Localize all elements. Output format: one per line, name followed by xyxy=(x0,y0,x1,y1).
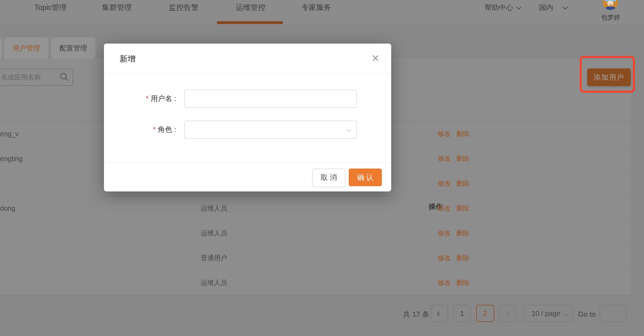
pagination-total: 共 17 条 xyxy=(403,310,429,319)
tab-config-management[interactable]: 配置管理 xyxy=(51,38,95,59)
nav-item-topic[interactable]: Topic管理 xyxy=(34,2,67,13)
role-select-value[interactable] xyxy=(185,121,356,138)
goto-input-box xyxy=(600,305,627,322)
modal-header-divider xyxy=(104,73,391,73)
table-row: dong 运维人员 修改 删除 xyxy=(0,196,631,221)
user-name-cell: engting xyxy=(0,146,23,171)
chevron-left-icon xyxy=(437,311,442,316)
delete-link[interactable]: 删除 xyxy=(456,121,469,146)
chevron-down-icon xyxy=(516,4,521,9)
user-role-cell: 运维人员 xyxy=(201,270,227,295)
pagination-page-2-active[interactable]: 2 xyxy=(476,305,494,322)
tab-user-management[interactable]: 用户管理 xyxy=(4,38,49,59)
chevron-down-icon xyxy=(563,311,568,316)
edit-link[interactable]: 修改 xyxy=(438,246,451,270)
chevron-right-icon xyxy=(505,311,510,316)
username-input-box xyxy=(184,90,357,108)
nav-item-monitor[interactable]: 监控告警 xyxy=(169,2,198,13)
delete-link[interactable]: 删除 xyxy=(456,221,469,246)
pagination-prev-button[interactable] xyxy=(431,305,448,322)
role-select[interactable] xyxy=(184,121,357,139)
close-icon[interactable] xyxy=(371,54,380,63)
edit-link[interactable]: 修改 xyxy=(438,270,451,295)
search-box xyxy=(0,69,73,86)
delete-link[interactable]: 删除 xyxy=(456,270,469,295)
required-asterisk: * xyxy=(146,94,148,103)
user-name-cell: eng_v xyxy=(0,121,19,146)
role-field-label: *角色 : xyxy=(104,125,176,134)
help-center-label: 帮助中心 xyxy=(485,3,513,12)
pagination-page-1[interactable]: 1 xyxy=(454,305,471,322)
username-field-label: *用户名 : xyxy=(104,94,176,103)
edit-link[interactable]: 修改 xyxy=(438,146,451,171)
table-row: 运维人员 修改 删除 xyxy=(0,270,631,295)
goto-label: Go to xyxy=(578,310,596,319)
edit-link[interactable]: 修改 xyxy=(438,196,451,221)
page-size-value: 10 / page xyxy=(532,310,560,317)
help-center-menu[interactable]: 帮助中心 xyxy=(485,3,520,12)
user-role-cell: 普通用户 xyxy=(201,246,227,270)
cancel-button[interactable]: 取 消 xyxy=(312,169,345,187)
tab-card-clipped[interactable] xyxy=(0,38,2,59)
username-input[interactable] xyxy=(185,90,356,107)
goto-page-input[interactable] xyxy=(600,305,627,322)
user-name-label: 包梦婷 xyxy=(600,13,621,22)
confirm-button[interactable]: 确 认 xyxy=(349,169,382,186)
delete-link[interactable]: 删除 xyxy=(456,196,469,221)
modal-title: 新增 xyxy=(120,54,136,65)
active-tab-underline xyxy=(217,21,283,24)
table-row: 运维人员 修改 删除 xyxy=(0,221,631,246)
add-user-button[interactable]: 添加用户 xyxy=(587,68,631,86)
user-name-cell: dong xyxy=(0,196,15,221)
edit-link[interactable]: 修改 xyxy=(438,171,451,196)
chevron-down-icon xyxy=(563,4,568,9)
role-label-text: 角色 : xyxy=(158,125,176,134)
delete-link[interactable]: 删除 xyxy=(456,246,469,270)
user-role-cell: 运维人员 xyxy=(201,221,227,246)
table-row: 普通用户 修改 删除 xyxy=(0,246,631,270)
edit-link[interactable]: 修改 xyxy=(438,121,451,146)
nav-item-ops[interactable]: 运维管控 xyxy=(236,2,265,13)
pagination-next-button[interactable] xyxy=(499,305,516,322)
username-label-text: 用户名 : xyxy=(151,94,176,103)
add-user-modal: 新增 *用户名 : *角色 : 取 消 确 认 xyxy=(104,44,391,191)
nav-item-expert[interactable]: 专家服务 xyxy=(301,2,331,13)
region-label: 国内 xyxy=(539,3,553,12)
nav-item-cluster[interactable]: 集群管理 xyxy=(102,2,132,13)
top-navbar: Topic管理 集群管理 监控告警 运维管控 专家服务 帮助中心 国内 xyxy=(0,0,644,25)
search-input[interactable] xyxy=(0,69,73,85)
app-root: { "colors": { "accent_orange": "#ED7B2F"… xyxy=(0,0,644,336)
edit-link[interactable]: 修改 xyxy=(438,221,451,246)
delete-link[interactable]: 删除 xyxy=(456,146,469,171)
page-size-select[interactable]: 10 / page xyxy=(524,305,573,322)
modal-footer-divider xyxy=(104,163,391,163)
delete-link[interactable]: 删除 xyxy=(456,171,469,196)
user-role-cell: 运维人员 xyxy=(201,196,227,221)
required-asterisk: * xyxy=(153,125,155,134)
region-menu[interactable]: 国内 xyxy=(539,3,567,12)
avatar-lips-icon xyxy=(610,4,611,5)
